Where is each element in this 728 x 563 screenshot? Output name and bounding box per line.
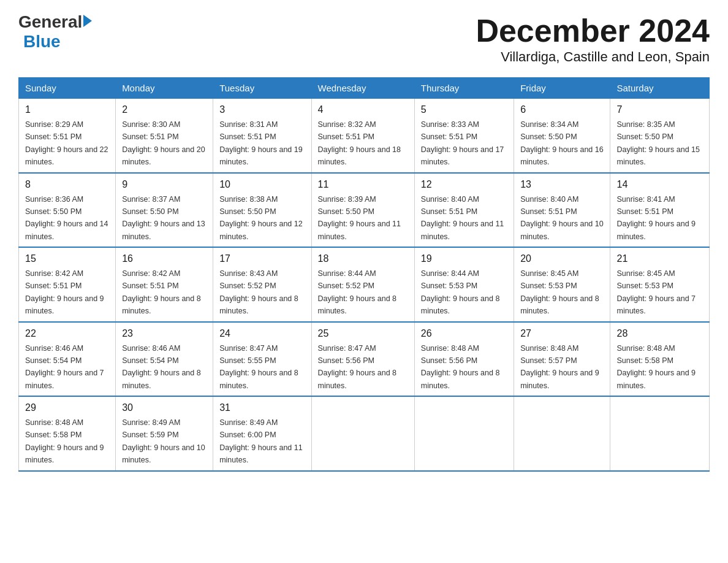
day-info: Sunrise: 8:34 AMSunset: 5:50 PMDaylight:… (520, 120, 604, 166)
calendar-cell: 18 Sunrise: 8:44 AMSunset: 5:52 PMDaylig… (311, 247, 414, 322)
day-number: 26 (421, 326, 507, 341)
day-header-monday: Monday (116, 78, 213, 99)
day-info: Sunrise: 8:41 AMSunset: 5:51 PMDaylight:… (616, 195, 696, 241)
day-info: Sunrise: 8:49 AMSunset: 6:00 PMDaylight:… (219, 418, 303, 464)
day-number: 22 (25, 326, 109, 341)
day-info: Sunrise: 8:36 AMSunset: 5:50 PMDaylight:… (25, 195, 108, 241)
day-info: Sunrise: 8:46 AMSunset: 5:54 PMDaylight:… (25, 344, 104, 390)
calendar-cell: 29 Sunrise: 8:48 AMSunset: 5:58 PMDaylig… (19, 396, 116, 471)
day-info: Sunrise: 8:48 AMSunset: 5:58 PMDaylight:… (616, 344, 696, 390)
calendar-cell: 16 Sunrise: 8:42 AMSunset: 5:51 PMDaylig… (116, 247, 213, 322)
day-info: Sunrise: 8:43 AMSunset: 5:52 PMDaylight:… (219, 269, 298, 315)
calendar-cell: 28 Sunrise: 8:48 AMSunset: 5:58 PMDaylig… (610, 322, 710, 397)
calendar-cell: 17 Sunrise: 8:43 AMSunset: 5:52 PMDaylig… (213, 247, 311, 322)
calendar-cell: 2 Sunrise: 8:30 AMSunset: 5:51 PMDayligh… (116, 99, 213, 173)
day-number: 20 (520, 251, 604, 266)
calendar-cell (514, 396, 610, 471)
day-header-thursday: Thursday (414, 78, 514, 99)
day-info: Sunrise: 8:33 AMSunset: 5:51 PMDaylight:… (421, 120, 504, 166)
day-number: 25 (318, 326, 408, 341)
page-header: General Blue December 2024 Villardiga, C… (18, 12, 710, 65)
day-info: Sunrise: 8:48 AMSunset: 5:56 PMDaylight:… (421, 344, 500, 390)
calendar-cell: 14 Sunrise: 8:41 AMSunset: 5:51 PMDaylig… (610, 173, 710, 248)
calendar-cell: 19 Sunrise: 8:44 AMSunset: 5:53 PMDaylig… (414, 247, 514, 322)
logo-general-text: General (18, 12, 82, 32)
day-info: Sunrise: 8:47 AMSunset: 5:56 PMDaylight:… (318, 344, 397, 390)
calendar-cell: 20 Sunrise: 8:45 AMSunset: 5:53 PMDaylig… (514, 247, 610, 322)
day-info: Sunrise: 8:44 AMSunset: 5:53 PMDaylight:… (421, 269, 500, 315)
calendar-cell: 9 Sunrise: 8:37 AMSunset: 5:50 PMDayligh… (116, 173, 213, 248)
day-info: Sunrise: 8:47 AMSunset: 5:55 PMDaylight:… (219, 344, 298, 390)
calendar-cell: 24 Sunrise: 8:47 AMSunset: 5:55 PMDaylig… (213, 322, 311, 397)
logo-arrow-icon (83, 15, 92, 27)
day-number: 27 (520, 326, 604, 341)
day-info: Sunrise: 8:29 AMSunset: 5:51 PMDaylight:… (25, 120, 108, 166)
calendar-cell: 13 Sunrise: 8:40 AMSunset: 5:51 PMDaylig… (514, 173, 610, 248)
calendar-table: SundayMondayTuesdayWednesdayThursdayFrid… (18, 77, 710, 472)
day-header-tuesday: Tuesday (213, 78, 311, 99)
day-number: 1 (25, 102, 109, 117)
calendar-header-row: SundayMondayTuesdayWednesdayThursdayFrid… (19, 78, 710, 99)
calendar-cell: 26 Sunrise: 8:48 AMSunset: 5:56 PMDaylig… (414, 322, 514, 397)
calendar-cell: 23 Sunrise: 8:46 AMSunset: 5:54 PMDaylig… (116, 322, 213, 397)
day-header-saturday: Saturday (610, 78, 710, 99)
calendar-cell: 4 Sunrise: 8:32 AMSunset: 5:51 PMDayligh… (311, 99, 414, 173)
calendar-cell: 10 Sunrise: 8:38 AMSunset: 5:50 PMDaylig… (213, 173, 311, 248)
calendar-cell: 31 Sunrise: 8:49 AMSunset: 6:00 PMDaylig… (213, 396, 311, 471)
calendar-cell: 27 Sunrise: 8:48 AMSunset: 5:57 PMDaylig… (514, 322, 610, 397)
day-number: 18 (318, 251, 408, 266)
day-number: 11 (318, 177, 408, 192)
calendar-week-row: 22 Sunrise: 8:46 AMSunset: 5:54 PMDaylig… (19, 322, 710, 397)
day-info: Sunrise: 8:48 AMSunset: 5:58 PMDaylight:… (25, 418, 104, 464)
title-block: December 2024 Villardiga, Castille and L… (476, 12, 710, 65)
calendar-cell (610, 396, 710, 471)
day-info: Sunrise: 8:45 AMSunset: 5:53 PMDaylight:… (616, 269, 696, 315)
day-number: 3 (219, 102, 305, 117)
day-info: Sunrise: 8:35 AMSunset: 5:50 PMDaylight:… (616, 120, 700, 166)
day-info: Sunrise: 8:44 AMSunset: 5:52 PMDaylight:… (318, 269, 397, 315)
calendar-cell: 30 Sunrise: 8:49 AMSunset: 5:59 PMDaylig… (116, 396, 213, 471)
day-number: 9 (122, 177, 207, 192)
day-info: Sunrise: 8:49 AMSunset: 5:59 PMDaylight:… (122, 418, 205, 464)
calendar-cell: 22 Sunrise: 8:46 AMSunset: 5:54 PMDaylig… (19, 322, 116, 397)
calendar-cell: 12 Sunrise: 8:40 AMSunset: 5:51 PMDaylig… (414, 173, 514, 248)
calendar-cell: 11 Sunrise: 8:39 AMSunset: 5:50 PMDaylig… (311, 173, 414, 248)
day-number: 31 (219, 400, 305, 415)
day-info: Sunrise: 8:42 AMSunset: 5:51 PMDaylight:… (25, 269, 104, 315)
day-info: Sunrise: 8:38 AMSunset: 5:50 PMDaylight:… (219, 195, 303, 241)
day-number: 12 (421, 177, 507, 192)
day-number: 29 (25, 400, 109, 415)
day-header-friday: Friday (514, 78, 610, 99)
page-title: December 2024 (476, 12, 710, 49)
calendar-cell: 25 Sunrise: 8:47 AMSunset: 5:56 PMDaylig… (311, 322, 414, 397)
calendar-week-row: 29 Sunrise: 8:48 AMSunset: 5:58 PMDaylig… (19, 396, 710, 471)
calendar-week-row: 15 Sunrise: 8:42 AMSunset: 5:51 PMDaylig… (19, 247, 710, 322)
day-info: Sunrise: 8:48 AMSunset: 5:57 PMDaylight:… (520, 344, 599, 390)
calendar-week-row: 1 Sunrise: 8:29 AMSunset: 5:51 PMDayligh… (19, 99, 710, 173)
calendar-cell: 3 Sunrise: 8:31 AMSunset: 5:51 PMDayligh… (213, 99, 311, 173)
day-number: 4 (318, 102, 408, 117)
logo: General Blue (18, 12, 92, 52)
day-info: Sunrise: 8:32 AMSunset: 5:51 PMDaylight:… (318, 120, 401, 166)
day-number: 5 (421, 102, 507, 117)
day-number: 28 (616, 326, 703, 341)
day-info: Sunrise: 8:37 AMSunset: 5:50 PMDaylight:… (122, 195, 205, 241)
day-number: 15 (25, 251, 109, 266)
day-number: 7 (616, 102, 703, 117)
logo-blue-text: Blue (23, 32, 61, 52)
day-number: 17 (219, 251, 305, 266)
calendar-cell: 8 Sunrise: 8:36 AMSunset: 5:50 PMDayligh… (19, 173, 116, 248)
day-info: Sunrise: 8:31 AMSunset: 5:51 PMDaylight:… (219, 120, 303, 166)
day-header-wednesday: Wednesday (311, 78, 414, 99)
day-number: 23 (122, 326, 207, 341)
day-info: Sunrise: 8:40 AMSunset: 5:51 PMDaylight:… (520, 195, 604, 241)
day-number: 19 (421, 251, 507, 266)
day-info: Sunrise: 8:39 AMSunset: 5:50 PMDaylight:… (318, 195, 401, 241)
day-info: Sunrise: 8:30 AMSunset: 5:51 PMDaylight:… (122, 120, 205, 166)
day-number: 2 (122, 102, 207, 117)
calendar-cell: 5 Sunrise: 8:33 AMSunset: 5:51 PMDayligh… (414, 99, 514, 173)
calendar-cell (311, 396, 414, 471)
day-info: Sunrise: 8:40 AMSunset: 5:51 PMDaylight:… (421, 195, 504, 241)
calendar-week-row: 8 Sunrise: 8:36 AMSunset: 5:50 PMDayligh… (19, 173, 710, 248)
day-number: 6 (520, 102, 604, 117)
